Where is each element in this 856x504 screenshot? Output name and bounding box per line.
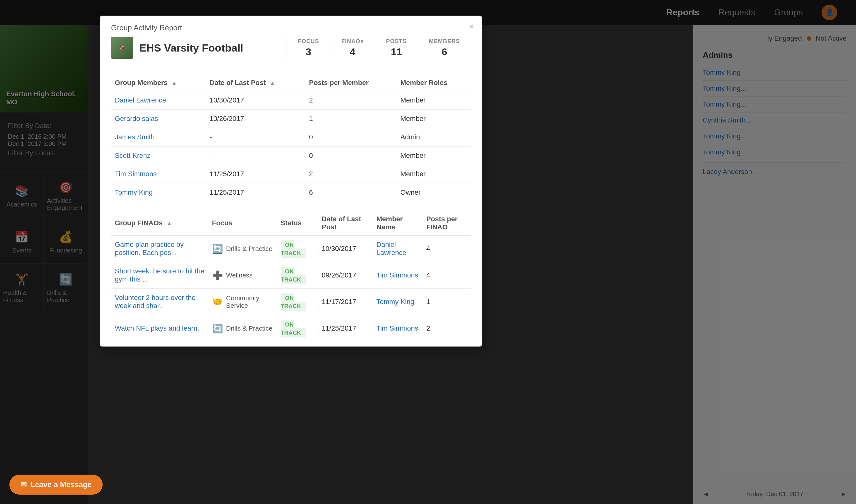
col-finaos: Group FINAOs ▲ bbox=[111, 209, 208, 235]
finao-0-member[interactable]: Daniel Lawrence bbox=[376, 240, 406, 256]
focus-label-1: Wellness bbox=[226, 272, 253, 279]
sort-finaos-icon[interactable]: ▲ bbox=[167, 220, 172, 227]
finao-2-last-post: 11/17/2017 bbox=[318, 289, 373, 315]
finaos-label: FINAOs bbox=[341, 38, 364, 45]
focus-cell-1: ➕ Wellness bbox=[212, 270, 273, 281]
member-row-3: Scott Krenz - 0 Member bbox=[111, 146, 471, 165]
finao-3-posts: 2 bbox=[422, 315, 471, 342]
modal-close-button[interactable]: × bbox=[469, 22, 474, 32]
member-row-4: Tim Simmons 11/25/2017 2 Member bbox=[111, 165, 471, 183]
posts-label: POSTS bbox=[386, 38, 407, 45]
member-gerardo-salas[interactable]: Gerardo salas bbox=[115, 115, 158, 123]
drills-practice-icon-3: 🔄 bbox=[212, 323, 223, 334]
status-badge-3: ON TRACK bbox=[281, 320, 306, 338]
modal-title: Group Activity Report bbox=[111, 23, 471, 32]
member-0-last-post: 10/30/2017 bbox=[206, 91, 305, 110]
member-row-0: Daniel Lawrence 10/30/2017 2 Member bbox=[111, 91, 471, 110]
finaos-table-section: Group FINAOs ▲ Focus Status Date of Last… bbox=[111, 209, 471, 342]
sort-members-icon[interactable]: ▲ bbox=[171, 80, 177, 86]
focus-label-2: Community Service bbox=[226, 294, 273, 309]
modal-header: Group Activity Report 🏈 EHS Varsity Foot… bbox=[100, 16, 482, 65]
member-2-last-post: - bbox=[206, 128, 305, 146]
status-badge-0: ON TRACK bbox=[281, 240, 306, 258]
finao-3-member[interactable]: Tim Simmons bbox=[376, 324, 418, 332]
focus-value: 3 bbox=[298, 46, 319, 58]
modal-body: Group Members ▲ Date of Last Post ▲ Post… bbox=[100, 65, 482, 346]
member-james-smith[interactable]: James Smith bbox=[115, 133, 155, 141]
finao-title-0[interactable]: Game plan practice by position. Each pos… bbox=[115, 240, 184, 256]
focus-cell-2: 🤝 Community Service bbox=[212, 294, 273, 309]
col-posts-per-finao: Posts per FINAO bbox=[422, 209, 471, 235]
finao-title-3[interactable]: Watch NFL plays and learn. bbox=[115, 324, 199, 332]
col-status: Status bbox=[277, 209, 318, 235]
finao-0-posts: 4 bbox=[422, 235, 471, 262]
finao-1-last-post: 09/26/2017 bbox=[318, 262, 373, 289]
member-5-last-post: 11/25/2017 bbox=[206, 183, 305, 202]
col-member-name: Member Name bbox=[373, 209, 422, 235]
member-4-last-post: 11/25/2017 bbox=[206, 165, 305, 183]
col-last-post: Date of Last Post ▲ bbox=[206, 73, 305, 91]
modal-stats: FOCUS 3 FINAOs 4 POSTS 11 MEMBERS 6 bbox=[287, 38, 471, 58]
member-1-role: Member bbox=[397, 110, 471, 128]
finao-row-0: Game plan practice by position. Each pos… bbox=[111, 235, 471, 262]
member-0-role: Member bbox=[397, 91, 471, 110]
member-2-posts: 0 bbox=[305, 128, 397, 146]
finao-1-member[interactable]: Tim Simmons bbox=[376, 271, 418, 279]
members-table-section: Group Members ▲ Date of Last Post ▲ Post… bbox=[111, 73, 471, 201]
leave-message-button[interactable]: ✉ Leave a Message bbox=[10, 475, 103, 494]
community-icon-2: 🤝 bbox=[212, 297, 223, 307]
finao-title-2[interactable]: Volunteer 2 hours over the week and shar… bbox=[115, 294, 195, 310]
group-avatar-image: 🏈 bbox=[111, 37, 133, 59]
member-row-5: Tommy King 11/25/2017 6 Owner bbox=[111, 183, 471, 202]
finao-row-1: Short week..be sure to hit the gym this … bbox=[111, 262, 471, 289]
finao-2-member[interactable]: Tommy King bbox=[376, 298, 414, 306]
col-posts-per-member: Posts per Member bbox=[305, 73, 397, 91]
member-row-2: James Smith - 0 Admin bbox=[111, 128, 471, 146]
stat-members: MEMBERS 6 bbox=[418, 38, 471, 58]
posts-value: 11 bbox=[386, 46, 407, 58]
finao-title-1[interactable]: Short week..be sure to hit the gym this … bbox=[115, 267, 204, 283]
wellness-icon-1: ➕ bbox=[212, 270, 223, 281]
member-3-last-post: - bbox=[206, 146, 305, 165]
drills-practice-icon-0: 🔄 bbox=[212, 244, 223, 254]
message-icon: ✉ bbox=[20, 480, 27, 489]
finao-1-posts: 4 bbox=[422, 262, 471, 289]
members-table: Group Members ▲ Date of Last Post ▲ Post… bbox=[111, 73, 471, 201]
status-badge-1: ON TRACK bbox=[281, 267, 306, 284]
member-tim-simmons[interactable]: Tim Simmons bbox=[115, 170, 157, 178]
member-0-posts: 2 bbox=[305, 91, 397, 110]
col-members: Group Members ▲ bbox=[111, 73, 206, 91]
member-3-role: Member bbox=[397, 146, 471, 165]
finao-row-2: Volunteer 2 hours over the week and shar… bbox=[111, 289, 471, 315]
focus-label-0: Drills & Practice bbox=[226, 245, 273, 252]
status-badge-2: ON TRACK bbox=[281, 293, 306, 311]
member-3-posts: 0 bbox=[305, 146, 397, 165]
member-1-posts: 1 bbox=[305, 110, 397, 128]
group-name: EHS Varsity Football bbox=[139, 42, 243, 54]
finao-0-last-post: 10/30/2017 bbox=[318, 235, 373, 262]
stat-focus: FOCUS 3 bbox=[287, 38, 330, 58]
member-scott-krenz[interactable]: Scott Krenz bbox=[115, 151, 151, 159]
sort-last-post-icon[interactable]: ▲ bbox=[270, 80, 275, 86]
group-avatar: 🏈 bbox=[111, 37, 133, 59]
members-label: MEMBERS bbox=[429, 38, 460, 45]
finao-2-posts: 1 bbox=[422, 289, 471, 315]
message-label: Leave a Message bbox=[30, 480, 92, 489]
finao-row-3: Watch NFL plays and learn. 🔄 Drills & Pr… bbox=[111, 315, 471, 342]
member-4-posts: 2 bbox=[305, 165, 397, 183]
stat-finaos: FINAOs 4 bbox=[330, 38, 375, 58]
member-5-role: Owner bbox=[397, 183, 471, 202]
member-2-role: Admin bbox=[397, 128, 471, 146]
members-value: 6 bbox=[429, 46, 460, 58]
member-tommy-king[interactable]: Tommy King bbox=[115, 188, 153, 196]
finao-3-last-post: 11/25/2017 bbox=[318, 315, 373, 342]
group-activity-modal: Group Activity Report 🏈 EHS Varsity Foot… bbox=[100, 16, 482, 346]
modal-group-left: 🏈 EHS Varsity Football bbox=[111, 37, 243, 59]
member-daniel-lawrence[interactable]: Daniel Lawrence bbox=[115, 96, 166, 104]
focus-cell-0: 🔄 Drills & Practice bbox=[212, 244, 273, 254]
stat-posts: POSTS 11 bbox=[375, 38, 418, 58]
col-finao-last-post: Date of Last Post bbox=[318, 209, 373, 235]
col-focus: Focus bbox=[208, 209, 277, 235]
modal-group-info: 🏈 EHS Varsity Football FOCUS 3 FINAOs 4 … bbox=[111, 37, 471, 59]
member-4-role: Member bbox=[397, 165, 471, 183]
